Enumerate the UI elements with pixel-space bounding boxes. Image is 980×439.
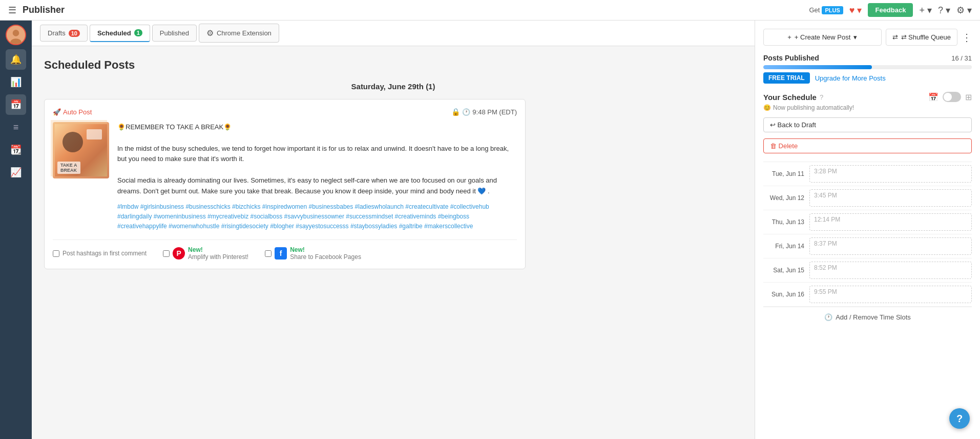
help-float-button[interactable]: ?	[949, 408, 970, 429]
help-button[interactable]: ? ▾	[938, 5, 950, 16]
clock-icon: 🕐	[462, 108, 470, 116]
chrome-icon: ⚙	[206, 28, 214, 38]
schedule-row-3: Fri, Jun 14 8:37 PM	[763, 234, 972, 258]
right-panel: + + Create New Post ▾ ⇄ ⇄ Shuffle Queue …	[755, 21, 980, 439]
hamburger-menu[interactable]: ☰	[8, 5, 16, 16]
publisher-icon: 📅	[10, 99, 22, 110]
add-button[interactable]: + ▾	[919, 5, 932, 16]
content-area: Drafts 10 Scheduled 1 Published ⚙ Chrome…	[32, 21, 755, 439]
clock-add-icon: 🕐	[824, 313, 832, 321]
dropdown-arrow: ▾	[853, 33, 857, 41]
schedule-toggle[interactable]	[943, 92, 961, 102]
post-text: 🌻REMEMBER TO TAKE A BREAK🌻 In the midst …	[117, 122, 517, 231]
tab-scheduled[interactable]: Scheduled 1	[90, 25, 150, 42]
post-actions-sidebar: ↩ Back to Draft 🗑 Delete	[763, 117, 972, 153]
schedule-row-5: Sun, Jun 16 9:55 PM	[763, 283, 972, 307]
tab-published-label: Published	[160, 29, 189, 37]
upgrade-link[interactable]: Upgrade for More Posts	[815, 74, 886, 82]
bell-icon: 🔔	[10, 54, 22, 65]
tab-drafts[interactable]: Drafts 10	[40, 25, 88, 42]
schedule-time-3[interactable]: 8:37 PM	[809, 237, 972, 255]
plus-icon: +	[787, 33, 791, 41]
tab-chrome-extension[interactable]: ⚙ Chrome Extension	[199, 24, 279, 43]
sidebar-item-reports[interactable]: 📈	[6, 162, 26, 183]
schedule-help-icon[interactable]: ?	[820, 93, 823, 101]
smiley-icon: 😊	[763, 104, 771, 111]
settings-button[interactable]: ⚙ ▾	[956, 5, 972, 16]
posts-count: 16 / 31	[951, 54, 972, 62]
page-title: Scheduled Posts	[44, 58, 742, 72]
shuffle-queue-button[interactable]: ⇄ ⇄ Shuffle Queue	[886, 29, 958, 46]
back-to-draft-button[interactable]: ↩ Back to Draft	[763, 117, 972, 132]
sidebar-item-publisher[interactable]: 📅	[6, 94, 26, 115]
tab-scheduled-label: Scheduled	[97, 29, 131, 37]
app-title: Publisher	[23, 5, 65, 15]
posts-published-row: Posts Published 16 / 31	[763, 54, 972, 62]
delete-button[interactable]: 🗑 Delete	[763, 138, 972, 153]
post-card-header: 🚀 Auto Post 🔒 🕐 9:48 PM (EDT)	[53, 108, 517, 116]
pinterest-icon: P	[173, 247, 185, 260]
schedule-time-1[interactable]: 3:45 PM	[809, 189, 972, 207]
schedule-date-0: Tue, Jun 11	[763, 170, 809, 177]
hashtag-checkbox-label[interactable]: Post hashtags in first comment	[53, 250, 147, 257]
schedule-publishing-note: 😊 Now publishing automatically!	[763, 104, 972, 111]
tab-drafts-badge: 10	[69, 30, 80, 37]
main-wrap: Drafts 10 Scheduled 1 Published ⚙ Chrome…	[32, 21, 980, 439]
post-actions-row: Post hashtags in first comment P New! Am…	[53, 240, 517, 261]
tab-published[interactable]: Published	[152, 25, 197, 42]
sidebar: 🔔 📊 📅 ≡ 📆 📈	[0, 21, 32, 439]
posts-published-label: Posts Published	[763, 54, 819, 62]
calendar-view-icon[interactable]: 📅	[928, 92, 939, 102]
pinterest-option: P New! Amplify with Pinterest!	[163, 246, 248, 261]
top-nav-right: Get PLUS ♥ ▾ Feedback + ▾ ? ▾ ⚙ ▾	[809, 3, 972, 17]
calendar-icon: 📆	[10, 144, 22, 155]
sidebar-item-notifications[interactable]: 🔔	[6, 49, 26, 70]
tab-scheduled-badge: 1	[134, 29, 142, 36]
create-new-post-button[interactable]: + + Create New Post ▾	[763, 29, 882, 46]
shuffle-icon: ⇄	[892, 33, 898, 41]
schedule-icons: 📅 ⊞	[928, 92, 972, 102]
pinterest-checkbox[interactable]	[163, 250, 170, 257]
post-time: 🔒 🕐 9:48 PM (EDT)	[451, 108, 517, 116]
facebook-badge: New! Share to Facebook Pages	[290, 246, 361, 261]
schedule-row-0: Tue, Jun 11 3:28 PM	[763, 162, 972, 186]
post-image: TAKE ABREAK	[53, 122, 109, 178]
reports-icon: 📈	[10, 167, 22, 178]
facebook-option: f New! Share to Facebook Pages	[265, 246, 361, 261]
streams-icon: ≡	[13, 122, 19, 133]
post-card: 🚀 Auto Post 🔒 🕐 9:48 PM (EDT)	[44, 99, 526, 269]
grid-view-icon[interactable]: ⊞	[965, 92, 972, 102]
schedule-time-5[interactable]: 9:55 PM	[809, 286, 972, 303]
your-schedule-title: Your Schedule	[763, 93, 817, 102]
sidebar-item-analytics[interactable]: 📊	[6, 72, 26, 92]
schedule-time-2[interactable]: 12:14 PM	[809, 213, 972, 231]
top-nav-left: ☰ Publisher	[8, 5, 65, 16]
chart-icon: 📊	[10, 76, 22, 88]
post-text-content: 🌻REMEMBER TO TAKE A BREAK🌻 In the midst …	[117, 122, 517, 231]
sidebar-item-streams[interactable]: ≡	[6, 117, 26, 137]
feedback-button[interactable]: Feedback	[868, 3, 913, 17]
tabs-bar: Drafts 10 Scheduled 1 Published ⚙ Chrome…	[32, 21, 755, 46]
page-content: Scheduled Posts Saturday, June 29th (1) …	[32, 46, 755, 282]
heart-button[interactable]: ♥ ▾	[849, 5, 862, 16]
auto-post-label: 🚀 Auto Post	[53, 108, 92, 116]
get-plus: Get PLUS	[809, 6, 843, 14]
free-trial-badge: FREE TRIAL	[763, 72, 810, 84]
sidebar-item-calendar[interactable]: 📆	[6, 139, 26, 160]
sidebar-avatar[interactable]	[6, 25, 26, 45]
hashtag-checkbox[interactable]	[53, 250, 59, 257]
tab-chrome-label: Chrome Extension	[217, 29, 272, 37]
right-panel-toolbar: + + Create New Post ▾ ⇄ ⇄ Shuffle Queue …	[763, 29, 972, 46]
plus-badge[interactable]: PLUS	[822, 6, 843, 14]
pinterest-badge: New! Amplify with Pinterest!	[188, 246, 248, 261]
add-remove-time-slots[interactable]: 🕐 Add / Remove Time Slots	[763, 307, 972, 327]
post-body: TAKE ABREAK 🌻REMEMBER TO TAKE A BREAK🌻 I…	[53, 122, 517, 231]
lock-icon: 🔒	[451, 108, 460, 116]
rocket-icon: 🚀	[53, 108, 61, 116]
progress-bar	[763, 65, 972, 69]
schedule-time-0[interactable]: 3:28 PM	[809, 165, 972, 183]
schedule-time-4[interactable]: 8:52 PM	[809, 262, 972, 279]
more-options-button[interactable]: ⋮	[962, 31, 972, 44]
svg-point-1	[13, 30, 19, 36]
facebook-checkbox[interactable]	[265, 250, 272, 257]
